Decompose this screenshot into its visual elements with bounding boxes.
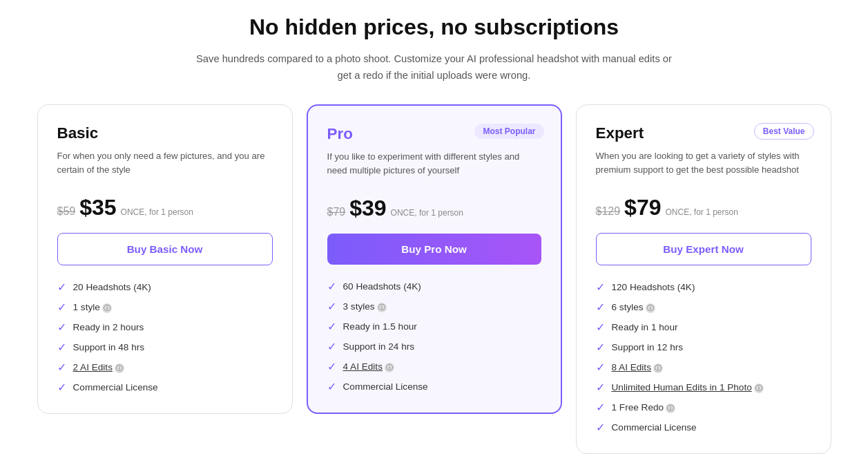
feature-text: 6 stylesⓘ — [612, 302, 655, 314]
feature-item: ✓ Commercial License — [57, 381, 273, 394]
plan-card-expert: Best Value Expert When you are looking t… — [576, 104, 831, 454]
feature-item: ✓ 6 stylesⓘ — [596, 301, 811, 314]
buy-expert-button[interactable]: Buy Expert Now — [596, 233, 811, 265]
feature-item: ✓ Support in 12 hrs — [596, 341, 811, 354]
price-note-basic: ONCE, for 1 person — [121, 207, 193, 217]
feature-text: Ready in 2 hours — [73, 322, 144, 332]
buy-pro-button[interactable]: Buy Pro Now — [327, 234, 541, 265]
check-icon: ✓ — [596, 421, 605, 434]
plans-container: Basic For when you only need a few pictu… — [20, 104, 849, 454]
pro-badge: Most Popular — [474, 124, 543, 139]
feature-item: ✓ 3 stylesⓘ — [327, 300, 541, 313]
plan-description-basic: For when you only need a few pictures, a… — [57, 149, 273, 182]
feature-text: Ready in 1 hour — [612, 322, 678, 332]
features-list-basic: ✓ 20 Headshots (4K) ✓ 1 styleⓘ ✓ Ready i… — [57, 281, 273, 394]
feature-text: Ready in 1.5 hour — [343, 321, 417, 332]
feature-text: 1 Free Redoⓘ — [612, 402, 676, 414]
check-icon: ✓ — [596, 381, 605, 394]
feature-text: Commercial License — [73, 382, 158, 392]
feature-item: ✓ 4 AI Editsⓘ — [327, 360, 541, 373]
plan-card-pro: Most Popular Pro If you like to experime… — [307, 104, 562, 414]
feature-text: 60 Headshots (4K) — [343, 281, 421, 292]
plan-card-basic: Basic For when you only need a few pictu… — [37, 104, 293, 414]
check-icon: ✓ — [596, 301, 605, 314]
feature-text: Unlimited Human Edits in 1 Photoⓘ — [612, 382, 764, 394]
feature-item: ✓ 60 Headshots (4K) — [327, 280, 541, 293]
feature-item: ✓ Support in 24 hrs — [327, 340, 541, 353]
feature-item: ✓ Support in 48 hrs — [57, 341, 273, 354]
feature-text: Commercial License — [612, 422, 697, 433]
info-icon[interactable]: ⓘ — [385, 363, 394, 372]
price-row-pro: $79 $39 ONCE, for 1 person — [327, 196, 541, 221]
feature-text: Support in 24 hrs — [343, 341, 415, 352]
feature-text: Support in 12 hrs — [612, 342, 684, 352]
feature-text: 1 styleⓘ — [73, 302, 112, 314]
check-icon: ✓ — [57, 281, 66, 294]
feature-item: ✓ Ready in 1 hour — [596, 321, 811, 334]
check-icon: ✓ — [596, 281, 605, 294]
check-icon: ✓ — [57, 301, 66, 314]
buy-basic-button[interactable]: Buy Basic Now — [57, 233, 273, 265]
check-icon: ✓ — [596, 361, 605, 374]
check-icon: ✓ — [327, 340, 336, 353]
price-current-expert: $79 — [624, 195, 661, 220]
feature-item: ✓ 1 Free Redoⓘ — [596, 401, 811, 414]
feature-item: ✓ Ready in 1.5 hour — [327, 320, 541, 333]
info-icon[interactable]: ⓘ — [754, 384, 764, 393]
check-icon: ✓ — [57, 381, 66, 394]
price-note-pro: ONCE, for 1 person — [391, 208, 463, 218]
plan-name-basic: Basic — [57, 124, 273, 142]
feature-text: Support in 48 hrs — [73, 342, 145, 352]
plan-description-pro: If you like to experiment with different… — [327, 150, 541, 183]
info-icon[interactable]: ⓘ — [653, 363, 663, 373]
check-icon: ✓ — [327, 380, 336, 393]
check-icon: ✓ — [327, 300, 336, 313]
feature-text: 3 stylesⓘ — [343, 301, 387, 313]
feature-text: 2 AI Editsⓘ — [73, 362, 124, 374]
info-icon[interactable]: ⓘ — [102, 303, 112, 313]
page-subtitle: Save hundreds compared to a photo shoot.… — [193, 51, 676, 84]
check-icon: ✓ — [596, 401, 605, 414]
info-icon[interactable]: ⓘ — [115, 363, 124, 373]
price-row-expert: $129 $79 ONCE, for 1 person — [596, 195, 811, 220]
price-row-basic: $59 $35 ONCE, for 1 person — [57, 195, 273, 220]
header: No hidden prices, no subscriptions Save … — [193, 14, 676, 104]
feature-item: ✓ Commercial License — [327, 380, 541, 393]
price-old-pro: $79 — [327, 206, 346, 218]
price-note-expert: ONCE, for 1 person — [665, 207, 737, 217]
feature-item: ✓ Unlimited Human Edits in 1 Photoⓘ — [596, 381, 811, 394]
page-title: No hidden prices, no subscriptions — [193, 14, 676, 40]
price-old-expert: $129 — [596, 205, 621, 218]
feature-item: ✓ 2 AI Editsⓘ — [57, 361, 273, 374]
feature-text: 20 Headshots (4K) — [73, 282, 151, 292]
check-icon: ✓ — [596, 321, 605, 334]
check-icon: ✓ — [57, 361, 66, 374]
features-list-expert: ✓ 120 Headshots (4K) ✓ 6 stylesⓘ ✓ Ready… — [596, 281, 811, 434]
info-icon[interactable]: ⓘ — [646, 303, 655, 313]
price-current-pro: $39 — [349, 196, 386, 221]
check-icon: ✓ — [327, 320, 336, 333]
feature-text: 120 Headshots (4K) — [612, 282, 695, 292]
features-list-pro: ✓ 60 Headshots (4K) ✓ 3 stylesⓘ ✓ Ready … — [327, 280, 541, 393]
plan-description-expert: When you are looking to get a variety of… — [596, 149, 811, 182]
check-icon: ✓ — [57, 341, 66, 354]
feature-item: ✓ 8 AI Editsⓘ — [596, 361, 811, 374]
check-icon: ✓ — [327, 360, 336, 373]
feature-item: ✓ Ready in 2 hours — [57, 321, 273, 334]
price-current-basic: $35 — [79, 195, 116, 220]
price-old-basic: $59 — [57, 205, 76, 218]
feature-text: 4 AI Editsⓘ — [343, 361, 394, 373]
check-icon: ✓ — [596, 341, 605, 354]
check-icon: ✓ — [57, 321, 66, 334]
expert-badge: Best Value — [754, 123, 814, 140]
feature-item: ✓ Commercial License — [596, 421, 811, 434]
feature-item: ✓ 120 Headshots (4K) — [596, 281, 811, 294]
info-icon[interactable]: ⓘ — [666, 404, 675, 413]
feature-text: Commercial License — [343, 381, 428, 392]
feature-text: 8 AI Editsⓘ — [612, 362, 663, 374]
feature-item: ✓ 1 styleⓘ — [57, 301, 273, 314]
info-icon[interactable]: ⓘ — [377, 303, 387, 312]
feature-item: ✓ 20 Headshots (4K) — [57, 281, 273, 294]
check-icon: ✓ — [327, 280, 336, 293]
